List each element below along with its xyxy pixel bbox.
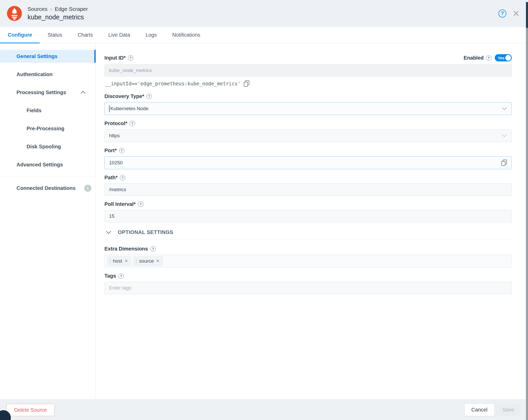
sidebar-divider <box>0 176 95 176</box>
tab-logs[interactable]: Logs <box>138 27 164 43</box>
chevron-down-icon[interactable] <box>502 134 507 137</box>
protocol-label: Protocol* <box>104 120 127 126</box>
content-area: General Settings Authentication Processi… <box>0 43 528 399</box>
breadcrumb-edge-scraper[interactable]: Edge Scraper <box>55 6 88 12</box>
sidebar-item-pre-processing[interactable]: Pre-Processing <box>0 122 95 135</box>
sidebar-item-label: Advanced Settings <box>16 162 63 168</box>
sidebar-item-connected-destinations[interactable]: Connected Destinations 1 <box>0 182 95 195</box>
help-circle-icon[interactable]: ? <box>498 10 506 18</box>
chevron-down-icon[interactable] <box>502 107 507 110</box>
tab-status[interactable]: Status <box>40 27 70 43</box>
tab-configure[interactable]: Configure <box>0 27 40 43</box>
configure-form: Input ID* ? Enabled ? Yes kube_node_metr… <box>104 43 512 300</box>
tab-notifications[interactable]: Notifications <box>164 27 208 43</box>
sidebar-item-processing-settings[interactable]: Processing Settings <box>0 86 95 99</box>
discovery-type-help-icon[interactable]: ? <box>146 94 152 99</box>
sidebar-item-label: Disk Spooling <box>27 144 61 150</box>
copy-icon[interactable] <box>501 159 507 166</box>
discovery-type-value: Kubernetes Node <box>110 106 148 111</box>
dimension-chip-source[interactable]: source ✕ <box>133 256 162 266</box>
optional-settings-label: OPTIONAL SETTINGS <box>118 229 173 235</box>
protocol-value: https <box>109 133 120 139</box>
protocol-select[interactable]: https <box>104 129 512 142</box>
poll-interval-value: 15 <box>109 213 114 219</box>
path-help-icon[interactable]: ? <box>120 175 125 180</box>
chip-label: host <box>113 258 122 264</box>
input-expression-code: __inputId=='edge_prometheus:kube_node_me… <box>105 81 241 86</box>
toggle-knob <box>505 55 511 61</box>
sidebar-item-label: Authentication <box>16 71 53 77</box>
enabled-label: Enabled <box>464 55 484 61</box>
sidebar-item-label: Processing Settings <box>16 90 66 95</box>
background-app-edge <box>526 2 528 28</box>
port-input[interactable]: 10250 <box>104 156 512 169</box>
tags-help-icon[interactable]: ? <box>118 273 124 279</box>
path-value: /metrics <box>109 187 126 192</box>
enabled-toggle[interactable]: Yes <box>495 54 512 61</box>
poll-interval-help-icon[interactable]: ? <box>138 201 143 207</box>
delete-source-button[interactable]: Delete Source <box>6 404 55 416</box>
breadcrumb: Sources › Edge Scraper <box>28 6 88 12</box>
extra-dimensions-input[interactable]: host ✕ source ✕ <box>104 255 512 268</box>
settings-sidebar: General Settings Authentication Processi… <box>0 43 96 399</box>
sidebar-item-advanced-settings[interactable]: Advanced Settings <box>0 158 95 171</box>
sidebar-item-authentication[interactable]: Authentication <box>0 68 95 81</box>
copy-icon[interactable] <box>244 80 250 87</box>
drag-handle-icon[interactable] <box>136 259 137 263</box>
enabled-toggle-label: Yes <box>498 56 505 60</box>
optional-settings-toggle[interactable]: OPTIONAL SETTINGS <box>104 228 512 240</box>
tags-label: Tags <box>104 273 116 279</box>
drag-handle-icon[interactable] <box>110 259 111 263</box>
sidebar-item-fields[interactable]: Fields <box>0 104 95 117</box>
remove-chip-icon[interactable]: ✕ <box>156 259 159 263</box>
sidebar-item-label: Pre-Processing <box>27 126 64 132</box>
tab-charts[interactable]: Charts <box>70 27 101 43</box>
port-help-icon[interactable]: ? <box>119 148 125 153</box>
tags-placeholder: Enter tags <box>109 285 131 291</box>
path-label: Path* <box>104 175 118 181</box>
page-title: kube_node_metrics <box>28 13 88 21</box>
path-input[interactable]: /metrics <box>104 183 512 196</box>
dimension-chip-host[interactable]: host ✕ <box>107 256 131 266</box>
prometheus-logo-icon <box>7 6 22 21</box>
poll-interval-input[interactable]: 15 <box>104 210 512 222</box>
scrollbar[interactable] <box>526 28 528 420</box>
modal-header: Sources › Edge Scraper kube_node_metrics… <box>0 0 528 27</box>
tab-bar: Configure Status Charts Live Data Logs N… <box>0 27 528 43</box>
discovery-type-select[interactable]: Kubernetes Node <box>104 102 512 115</box>
extra-dimensions-help-icon[interactable]: ? <box>150 246 156 252</box>
breadcrumb-separator: › <box>50 6 52 12</box>
input-id-field: kube_node_metrics <box>104 64 512 77</box>
chevron-down-icon <box>106 231 111 234</box>
modal-footer: Delete Source Cancel Save <box>0 399 528 420</box>
protocol-help-icon[interactable]: ? <box>130 121 135 126</box>
poll-interval-label: Poll Interval* <box>104 201 136 207</box>
save-button[interactable]: Save <box>496 403 521 416</box>
sidebar-item-disk-spooling[interactable]: Disk Spooling <box>0 140 95 153</box>
remove-chip-icon[interactable]: ✕ <box>125 259 128 263</box>
sidebar-item-label: Fields <box>27 108 42 114</box>
sidebar-item-general-settings[interactable]: General Settings <box>0 50 95 63</box>
discovery-type-label: Discovery Type* <box>104 93 144 99</box>
input-id-value: kube_node_metrics <box>109 68 507 73</box>
breadcrumb-sources[interactable]: Sources <box>28 6 47 12</box>
port-label: Port* <box>104 148 117 154</box>
text-cursor <box>109 106 110 112</box>
extra-dimensions-label: Extra Dimensions <box>104 246 148 252</box>
sidebar-item-label: Connected Destinations <box>16 185 76 191</box>
chip-label: source <box>139 258 154 264</box>
port-value: 10250 <box>109 160 123 166</box>
enabled-help-icon[interactable]: ? <box>486 55 491 61</box>
close-icon[interactable] <box>513 10 520 17</box>
tab-live-data[interactable]: Live Data <box>101 27 138 43</box>
chevron-up-icon[interactable] <box>80 91 86 94</box>
sidebar-item-label: General Settings <box>16 53 57 59</box>
cancel-button[interactable]: Cancel <box>464 403 494 416</box>
input-id-help-icon[interactable]: ? <box>128 55 133 61</box>
input-id-label: Input ID* <box>104 55 126 61</box>
connected-destinations-count-badge: 1 <box>84 185 91 192</box>
tags-input[interactable]: Enter tags <box>104 282 512 294</box>
